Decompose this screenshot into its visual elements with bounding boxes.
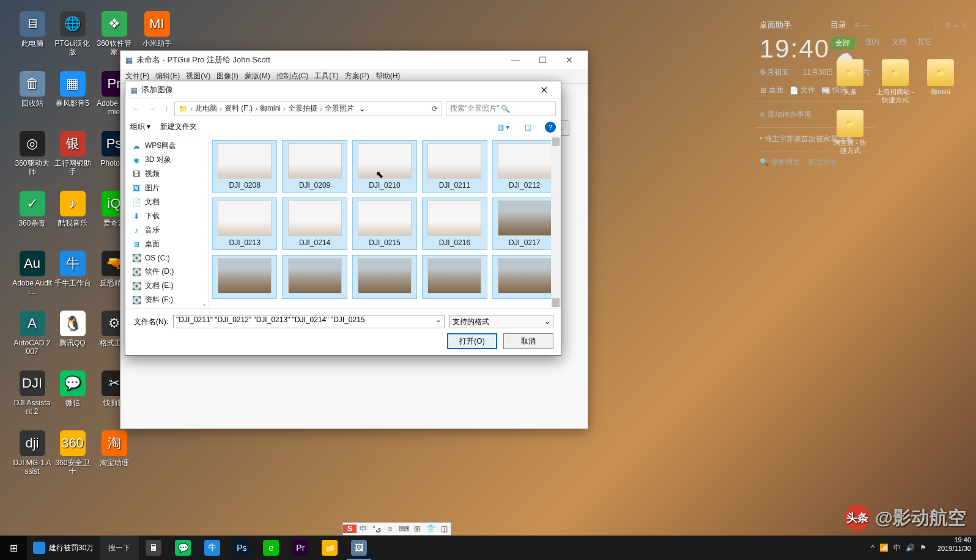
tray-icon-1[interactable]: 📶	[879, 543, 889, 552]
breadcrumb[interactable]: 📁 ›此电脑›资料 (F:)›御mini›全景拍摄›全景照片⌄⟳	[174, 101, 442, 116]
taskbar-calculator[interactable]: 🖩	[139, 536, 168, 560]
dir-tab-图片[interactable]: 图片	[866, 37, 881, 50]
quick-文件[interactable]: 📄文件	[789, 85, 815, 95]
ime-btn-7[interactable]: ◫	[437, 525, 451, 533]
tree-node-3D 对象[interactable]: ◉3D 对象	[125, 153, 208, 167]
taskbar-explorer[interactable]: 📁	[315, 536, 344, 560]
taskbar-wechat[interactable]: 💬	[168, 536, 198, 560]
search-input[interactable]: 搜索"全景照片" 🔍	[446, 101, 556, 116]
ime-btn-2[interactable]: °ي	[370, 525, 383, 533]
dialog-close-button[interactable]: ✕	[531, 84, 556, 96]
dir-item-头条[interactable]: 📁头条	[830, 59, 870, 104]
help-button[interactable]: ?	[545, 122, 556, 133]
dir-menu-icon[interactable]: ≡	[955, 21, 958, 29]
desktop-icon-360安全卫士[interactable]: 360360安全卫士	[53, 430, 92, 476]
tree-node-OS (C:)[interactable]: 💽OS (C:)	[125, 251, 208, 265]
menu-控制点(C)[interactable]: 控制点(C)	[276, 71, 309, 81]
menu-工具(T)[interactable]: 工具(T)	[314, 71, 338, 81]
desktop-icon-DJI MG-1 Assist[interactable]: djiDJI MG-1 Assist	[12, 430, 52, 476]
ime-btn-5[interactable]: ⊞	[410, 525, 424, 533]
refresh-button[interactable]: ⟳	[432, 105, 438, 113]
format-select[interactable]: 支持的格式⌄	[449, 315, 553, 328]
tray-icon-0[interactable]: ^	[871, 543, 874, 552]
tree-node-视频[interactable]: 🎞视频	[125, 167, 208, 181]
desktop-icon-腾讯QQ[interactable]: 🐧腾讯QQ	[53, 311, 92, 347]
desktop-icon-酷我音乐[interactable]: ♪酷我音乐	[53, 191, 92, 227]
file-thumb-DJI_0214[interactable]: DJI_0214	[282, 197, 347, 250]
menu-文件(F)[interactable]: 文件(F)	[125, 71, 149, 81]
desktop-icon-回收站[interactable]: 🗑回收站	[12, 71, 52, 108]
file-thumb-partial[interactable]	[422, 255, 487, 299]
desktop-icon-小米助手[interactable]: MI小米助手	[137, 11, 177, 48]
file-thumb-partial[interactable]	[492, 255, 557, 299]
crumb-4[interactable]: 全景照片	[325, 103, 354, 114]
taskbar-premiere[interactable]: Pr	[286, 536, 315, 560]
desktop-icon-Adobe Auditi...[interactable]: AuAdobe Auditi...	[12, 251, 52, 296]
ime-btn-6[interactable]: 👕	[424, 525, 437, 533]
open-button[interactable]: 打开(O)	[447, 333, 497, 349]
dir-settings-icon[interactable]: ⚙	[945, 21, 951, 29]
filename-input[interactable]: "DJI_0211" "DJI_0212" "DJI_0213" "DJI_02…	[173, 315, 445, 328]
dir-tab-文档[interactable]: 文档	[892, 37, 906, 50]
file-thumb-DJI_0209[interactable]: DJI_0209	[282, 140, 347, 193]
file-thumb-DJI_0210[interactable]: DJI_0210	[352, 140, 417, 193]
menu-帮助(H)[interactable]: 帮助(H)	[375, 71, 401, 81]
tree-scroll-down[interactable]: ⌄	[202, 300, 207, 307]
tray-icon-4[interactable]: ⚑	[920, 543, 926, 552]
dir-item-淘直播 - 快捷方式[interactable]: 📁淘直播 - 快捷方式	[830, 110, 870, 155]
desktop-icon-淘宝助理[interactable]: 淘淘宝助理	[94, 430, 134, 467]
file-thumb-DJI_0211[interactable]: DJI_0211	[422, 140, 487, 193]
start-button[interactable]: ⊞	[0, 536, 27, 560]
grid-scrollbar[interactable]	[551, 136, 561, 308]
quick-桌面[interactable]: 🖥桌面	[760, 85, 783, 95]
tray-icon-2[interactable]: 中	[893, 543, 901, 553]
desktop-icon-千牛工作台[interactable]: 牛千牛工作台	[53, 251, 92, 287]
dir-tab-全部[interactable]: 全部	[830, 37, 855, 50]
ime-toolbar[interactable]: S中°ي☺⌨⊞👕◫	[342, 522, 451, 536]
tray-icon-3[interactable]: 🔊	[906, 543, 915, 552]
nav-back-button[interactable]: ←	[130, 105, 142, 113]
file-thumb-DJI_0215[interactable]: DJI_0215	[352, 197, 417, 250]
file-thumb-partial[interactable]	[352, 255, 417, 299]
close-button[interactable]: ✕	[556, 51, 583, 68]
view-mode-button[interactable]: ▥ ▾	[496, 121, 511, 133]
ime-btn-3[interactable]: ☺	[383, 525, 397, 533]
desktop-icon-工行网银助手[interactable]: 银工行网银助手	[53, 131, 92, 176]
ime-btn-4[interactable]: ⌨	[397, 525, 410, 533]
tree-node-音乐[interactable]: ♪音乐	[125, 223, 208, 237]
taskbar-ptgui[interactable]: 🖼	[344, 536, 374, 560]
tree-node-软件 (D:)[interactable]: 💽软件 (D:)	[125, 265, 208, 279]
tree-node-图片[interactable]: 🖼图片	[125, 181, 208, 195]
desktop-icon-此电脑[interactable]: 🖥此电脑	[12, 11, 52, 48]
dir-item-御mini[interactable]: 📁御mini	[921, 59, 960, 104]
tree-node-资料 (F:)[interactable]: 💽资料 (F:)	[125, 293, 208, 307]
ime-btn-1[interactable]: 中	[357, 524, 370, 534]
menu-编辑(E)[interactable]: 编辑(E)	[155, 71, 180, 81]
menu-视图(V)[interactable]: 视图(V)	[186, 71, 210, 81]
dir-item-上海招商站 - 快捷方式[interactable]: 📁上海招商站 - 快捷方式	[876, 59, 915, 104]
tree-node-WPS网盘[interactable]: ☁WPS网盘	[125, 139, 208, 153]
crumb-2[interactable]: 御mini	[260, 103, 281, 114]
file-grid[interactable]: DJI_0208DJI_0209DJI_0210DJI_0211DJI_0212…	[209, 136, 561, 308]
taskbar-photoshop[interactable]: Ps	[227, 536, 256, 560]
menu-图像(I)[interactable]: 图像(I)	[216, 71, 238, 81]
file-thumb-DJI_0208[interactable]: DJI_0208	[212, 140, 277, 193]
desktop-icon-PTGui汉化版[interactable]: 🌐PTGui汉化版	[53, 11, 92, 56]
preview-pane-button[interactable]: ◫	[520, 121, 535, 133]
dir-close-icon[interactable]: ✕	[962, 21, 967, 29]
taskbar-search[interactable]: 搜一下	[100, 536, 139, 560]
folder-tree[interactable]: ☁WPS网盘◉3D 对象🎞视频🖼图片📄文档⬇下载♪音乐🖥桌面💽OS (C:)💽软…	[125, 136, 209, 308]
nav-forward-button[interactable]: →	[146, 105, 158, 113]
taskbar-edge-item[interactable]: 建行被罚30万	[27, 536, 100, 560]
minimize-button[interactable]: —	[502, 51, 529, 68]
desktop-icon-DJI Assistant 2[interactable]: DJIDJI Assistant 2	[12, 370, 52, 416]
cancel-button[interactable]: 取消	[503, 333, 553, 349]
desktop-icon-360软件管家[interactable]: ❖360软件管家	[94, 11, 134, 56]
ime-btn-0[interactable]: S	[343, 525, 357, 533]
tree-node-下载[interactable]: ⬇下载	[125, 209, 208, 223]
crumb-3[interactable]: 全景拍摄	[288, 103, 317, 114]
file-thumb-DJI_0212[interactable]: DJI_0212	[492, 140, 557, 193]
tree-node-文档[interactable]: 📄文档	[125, 195, 208, 209]
file-thumb-partial[interactable]	[212, 255, 277, 299]
organize-button[interactable]: 组织 ▾	[130, 122, 150, 132]
